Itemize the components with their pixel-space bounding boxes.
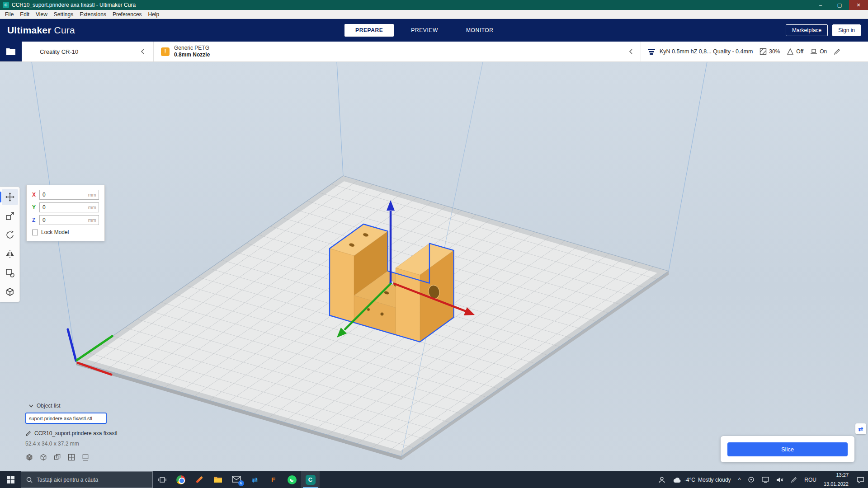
marketplace-button[interactable]: Marketplace [786, 24, 828, 36]
copy-model-icon[interactable] [53, 453, 61, 461]
rotate-icon [5, 230, 15, 240]
search-placeholder: Tastați aici pentru a căuta [37, 477, 98, 483]
object-action-icons [25, 453, 161, 461]
edit-settings[interactable] [834, 48, 840, 55]
menu-help[interactable]: Help [145, 10, 163, 19]
center-model-icon[interactable] [39, 453, 47, 461]
x-position-input[interactable] [40, 192, 88, 198]
people-button[interactable] [655, 471, 669, 488]
taskbar-pen-app[interactable] [190, 471, 208, 488]
project-file-row[interactable]: CCR10_suport.prindere axa fixastl [25, 430, 161, 436]
model-face-left-front [330, 249, 354, 323]
lock-model-checkbox[interactable] [32, 230, 38, 235]
signin-button[interactable]: Sign in [832, 24, 861, 36]
menu-settings[interactable]: Settings [51, 10, 76, 19]
support-icon [787, 48, 794, 55]
tool-move[interactable] [2, 189, 18, 205]
drop-model-icon[interactable] [81, 453, 90, 461]
taskbar-clock[interactable]: 13:27 13.01.2022 [820, 471, 853, 488]
menu-preferences[interactable]: Preferences [109, 10, 145, 19]
menu-file[interactable]: File [2, 10, 17, 19]
taskbar-cura[interactable]: C [301, 471, 320, 488]
viewport-3d[interactable]: X mm Y mm Z mm Lock Model Object list [0, 62, 868, 471]
language-indicator[interactable]: ROU [801, 471, 820, 488]
chevron-left-icon [628, 48, 633, 55]
clock-date: 13.01.2022 [824, 481, 849, 488]
task-view-button[interactable] [153, 471, 171, 488]
arrange-models-icon[interactable] [25, 453, 33, 461]
action-center-icon [857, 476, 864, 483]
taskbar-search-box[interactable]: Tastați aici pentru a căuta [21, 471, 153, 488]
status-dot-icon [748, 476, 755, 483]
cloud-icon [673, 476, 682, 483]
taskbar-tray: -4°C Mostly cloudy ^ ROU 13:27 13.01.202… [655, 471, 868, 488]
taskbar-mail[interactable]: 6 [227, 471, 245, 488]
nozzle-size: 0.8mm Nozzle [174, 52, 210, 58]
taskbar-f-app[interactable]: F [264, 471, 283, 488]
pen-app-icon [195, 476, 203, 483]
start-button[interactable] [0, 471, 21, 488]
minimize-button[interactable]: – [811, 0, 830, 10]
mail-badge: 6 [238, 480, 244, 486]
z-axis-label: Z [32, 217, 39, 223]
tray-display-icon[interactable] [758, 471, 773, 488]
group-models-icon[interactable] [67, 453, 75, 461]
side-notification-icon[interactable]: ⇄ [855, 423, 866, 434]
y-position-input[interactable] [40, 204, 88, 211]
menu-view[interactable]: View [33, 10, 51, 19]
model-hole [367, 308, 370, 311]
tab-monitor[interactable]: MONITOR [455, 24, 505, 37]
x-unit-label: mm [88, 192, 99, 197]
profile-summary: KyN 0.5mm hZ 0,8... Quality - 0.4mm [660, 48, 753, 55]
tool-mirror[interactable] [2, 246, 18, 262]
pen-settings-button[interactable] [787, 471, 801, 488]
printer-selector[interactable]: Creality CR-10 [22, 42, 154, 61]
printer-name: Creality CR-10 [40, 48, 78, 55]
brand-cura: Cura [54, 25, 75, 35]
close-button[interactable]: ✕ [849, 0, 868, 10]
material-selector[interactable]: ! Generic PETG 0.8mm Nozzle [154, 42, 641, 61]
taskbar-whatsapp[interactable] [283, 471, 301, 488]
support-value: Off [796, 48, 803, 55]
object-list-header[interactable]: Object list [29, 403, 161, 409]
tray-status-icon[interactable] [744, 471, 758, 488]
person-icon [658, 476, 665, 483]
open-file-button[interactable] [0, 42, 22, 61]
project-file-name: CCR10_suport.prindere axa fixastl [34, 430, 117, 436]
tool-rotate[interactable] [2, 227, 18, 243]
volume-button[interactable] [773, 471, 787, 488]
taskbar-chrome[interactable] [171, 471, 190, 488]
taskbar-sync-app[interactable]: ⇄ [245, 471, 264, 488]
tool-support-blocker[interactable] [2, 284, 18, 300]
support-blocker-icon [5, 287, 15, 297]
adhesion-icon [810, 48, 817, 55]
object-name-input[interactable] [25, 413, 107, 424]
hidden-icons-button[interactable]: ^ [735, 471, 745, 488]
object-list-title: Object list [37, 403, 61, 409]
per-model-settings-icon [5, 268, 15, 278]
f-app-icon: F [271, 476, 275, 483]
print-settings-selector[interactable]: KyN 0.5mm hZ 0,8... Quality - 0.4mm 30% … [641, 42, 868, 61]
z-position-input[interactable] [40, 217, 88, 223]
folder-icon [6, 47, 16, 56]
maximize-button[interactable]: ▢ [830, 0, 849, 10]
tool-per-model-settings[interactable] [2, 265, 18, 281]
slice-button[interactable]: Slice [727, 442, 848, 456]
tool-scale[interactable] [2, 208, 18, 224]
cura-application-window: C CCR10_suport.prindere axa fixastl - Ul… [0, 0, 868, 488]
chevron-down-icon [29, 404, 33, 408]
menu-extensions[interactable]: Extensions [76, 10, 109, 19]
menu-edit[interactable]: Edit [17, 10, 33, 19]
weather-widget[interactable]: -4°C Mostly cloudy [669, 471, 735, 488]
move-tool-panel: X mm Y mm Z mm Lock Model [26, 185, 105, 241]
y-unit-label: mm [88, 205, 99, 210]
support-summary: Off [787, 48, 803, 55]
task-view-icon [158, 476, 166, 483]
window-controls: – ▢ ✕ [811, 0, 868, 10]
action-center-button[interactable] [853, 471, 868, 488]
chrome-icon [176, 475, 185, 484]
tab-prepare[interactable]: PREPARE [344, 24, 394, 37]
z-unit-label: mm [88, 217, 99, 223]
taskbar-file-explorer[interactable] [208, 471, 227, 488]
tab-preview[interactable]: PREVIEW [400, 24, 449, 37]
